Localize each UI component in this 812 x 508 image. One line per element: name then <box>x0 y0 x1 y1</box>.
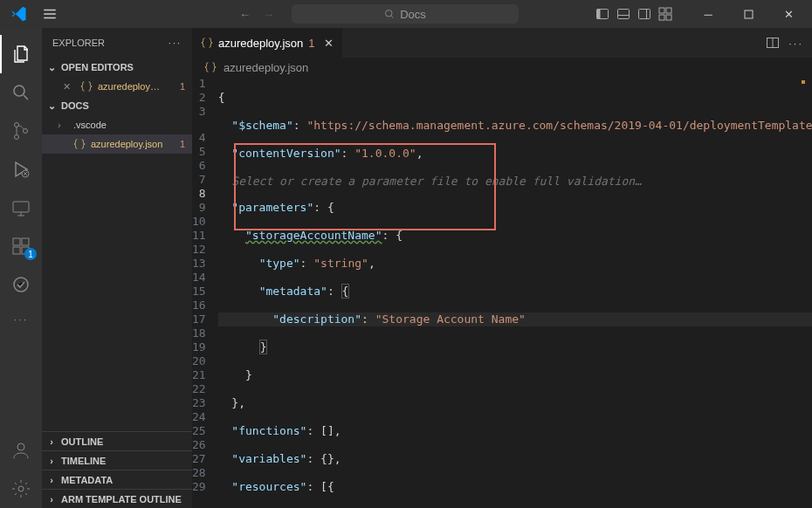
toggle-secondary-sidebar-icon[interactable] <box>637 7 651 21</box>
json-file-icon <box>80 80 93 93</box>
modified-indicator: 1 <box>180 139 185 149</box>
customize-layout-icon[interactable] <box>658 7 672 21</box>
account-icon <box>10 440 31 461</box>
search-icon <box>10 82 31 103</box>
toggle-primary-sidebar-icon[interactable] <box>595 7 609 21</box>
svg-rect-4 <box>618 16 630 19</box>
svg-rect-16 <box>13 202 29 212</box>
chevron-right-icon: › <box>45 456 58 466</box>
activity-more[interactable]: ··· <box>0 304 42 333</box>
svg-point-12 <box>15 123 19 127</box>
hamburger-menu-icon[interactable] <box>42 6 58 22</box>
svg-rect-2 <box>597 10 601 19</box>
nav-back-icon[interactable]: ← <box>239 8 251 21</box>
tab-filename: azuredeploy.json <box>218 37 303 50</box>
svg-rect-5 <box>639 10 650 19</box>
svg-rect-7 <box>666 8 671 13</box>
minimap-warning-marker <box>802 80 805 84</box>
activity-remote[interactable] <box>0 189 42 227</box>
files-icon <box>11 44 32 65</box>
metadata-section[interactable]: › METADATA <box>42 470 192 489</box>
folder-vscode[interactable]: › .vscode <box>42 115 192 134</box>
ellipsis-icon[interactable]: ··· <box>788 37 803 50</box>
open-editors-label: OPEN EDITORS <box>61 62 134 72</box>
code-editor[interactable]: 1 2 3 4 5 6 7 8 9 10 11 12 13 14 15 16 1… <box>192 77 812 508</box>
extensions-badge: 1 <box>24 248 37 260</box>
explorer-sidebar: EXPLORER ··· ⌄ OPEN EDITORS ✕ azuredeplo… <box>42 28 192 508</box>
timeline-label: TIMELINE <box>61 456 106 466</box>
svg-rect-20 <box>22 238 29 245</box>
chevron-right-icon: › <box>45 436 58 447</box>
svg-point-23 <box>18 486 24 491</box>
split-editor-icon[interactable] <box>766 36 780 50</box>
code-content[interactable]: { "$schema": "https://schema.management.… <box>218 77 812 508</box>
open-editors-section[interactable]: ⌄ OPEN EDITORS <box>42 58 192 77</box>
explorer-title: EXPLORER <box>52 38 105 48</box>
open-editor-filename: azuredeploy… <box>98 81 160 92</box>
svg-rect-10 <box>745 10 753 18</box>
activity-run-debug[interactable] <box>0 150 42 189</box>
line-number-gutter: 1 2 3 4 5 6 7 8 9 10 11 12 13 14 15 16 1… <box>192 77 218 508</box>
title-bar: ← → Docs ─ ✕ <box>0 0 812 28</box>
source-control-icon <box>10 120 31 141</box>
close-icon[interactable]: ✕ <box>63 81 75 93</box>
chevron-down-icon: ⌄ <box>45 62 58 73</box>
json-file-icon <box>73 138 86 150</box>
activity-accounts[interactable] <box>0 431 42 470</box>
docs-folder-section[interactable]: ⌄ DOCS <box>42 96 192 115</box>
outline-section[interactable]: › OUTLINE <box>42 431 192 450</box>
activity-search[interactable] <box>0 73 42 112</box>
svg-point-22 <box>17 443 24 450</box>
beaker-icon <box>10 274 31 295</box>
arm-outline-label: ARM TEMPLATE OUTLINE <box>61 494 182 505</box>
json-file-icon <box>204 61 217 73</box>
editor-tabs: azuredeploy.json 1 ✕ ··· <box>192 28 812 58</box>
gear-icon <box>10 478 31 499</box>
arm-template-outline-section[interactable]: › ARM TEMPLATE OUTLINE <box>42 489 192 508</box>
explorer-header: EXPLORER ··· <box>42 28 192 58</box>
outline-label: OUTLINE <box>61 436 103 447</box>
remote-explorer-icon <box>10 197 31 218</box>
tab-close-icon[interactable]: ✕ <box>324 37 334 50</box>
svg-point-13 <box>15 135 19 140</box>
search-icon <box>384 9 395 19</box>
metadata-label: METADATA <box>61 475 113 485</box>
chevron-right-icon: › <box>45 475 58 485</box>
svg-rect-8 <box>659 15 664 20</box>
editor-area: azuredeploy.json 1 ✕ ··· azuredeploy.jso… <box>192 28 812 508</box>
modified-indicator: 1 <box>180 81 185 92</box>
search-text: Docs <box>400 8 426 21</box>
window-close-button[interactable]: ✕ <box>768 0 809 28</box>
svg-rect-9 <box>666 15 671 20</box>
breadcrumb-file: azuredeploy.json <box>224 61 308 74</box>
tab-modified-indicator: 1 <box>308 37 314 50</box>
breadcrumb[interactable]: azuredeploy.json <box>192 58 812 77</box>
docs-label: DOCS <box>61 100 89 111</box>
activity-extensions[interactable]: 1 <box>0 227 42 265</box>
svg-rect-18 <box>13 247 20 254</box>
activity-source-control[interactable] <box>0 112 42 150</box>
svg-rect-6 <box>659 8 664 13</box>
svg-point-0 <box>386 10 393 17</box>
ellipsis-icon[interactable]: ··· <box>169 38 182 48</box>
chevron-down-icon: ⌄ <box>45 100 58 112</box>
window-maximize-button[interactable] <box>728 0 768 28</box>
chevron-right-icon: › <box>45 494 58 505</box>
file-azuredeploy[interactable]: azuredeploy.json 1 <box>42 134 192 154</box>
chevron-right-icon: › <box>58 120 68 130</box>
activity-explorer[interactable] <box>0 35 42 73</box>
activity-settings[interactable] <box>0 470 42 508</box>
command-center-search[interactable]: Docs <box>292 4 519 24</box>
nav-forward-icon[interactable]: → <box>263 8 274 21</box>
timeline-section[interactable]: › TIMELINE <box>42 450 192 470</box>
debug-icon <box>10 159 31 180</box>
activity-testing[interactable] <box>0 265 42 304</box>
folder-label: .vscode <box>73 120 107 130</box>
window-minimize-button[interactable]: ─ <box>688 0 728 28</box>
svg-point-14 <box>24 129 28 134</box>
toggle-panel-icon[interactable] <box>616 7 630 21</box>
open-editor-item[interactable]: ✕ azuredeploy… 1 <box>42 77 192 96</box>
editor-tab-azuredeploy[interactable]: azuredeploy.json 1 ✕ <box>192 28 343 58</box>
vscode-logo-icon <box>10 5 28 23</box>
svg-point-11 <box>14 86 24 96</box>
